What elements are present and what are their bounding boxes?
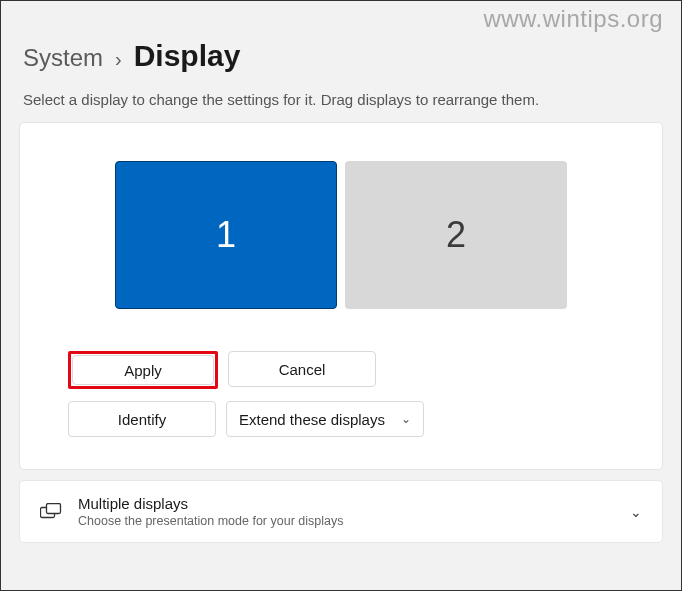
multiple-displays-section[interactable]: Multiple displays Choose the presentatio…: [19, 480, 663, 543]
watermark-text: www.wintips.org: [483, 5, 663, 33]
multiple-displays-icon: [40, 503, 62, 521]
apply-cancel-row: Apply Cancel: [68, 351, 614, 389]
cancel-button[interactable]: Cancel: [228, 351, 376, 387]
display-tile-label: 2: [446, 214, 466, 256]
section-title: Multiple displays: [78, 495, 343, 512]
page-title: Display: [134, 39, 241, 73]
display-arrangement-area[interactable]: 1 2: [48, 161, 634, 309]
helper-text: Select a display to change the settings …: [1, 81, 681, 122]
highlight-frame: Apply: [68, 351, 218, 389]
display-arrangement-card: 1 2 Apply Cancel Identify Extend these d…: [19, 122, 663, 470]
chevron-down-icon[interactable]: ⌄: [630, 504, 642, 520]
display-mode-label: Extend these displays: [239, 411, 385, 428]
section-subtitle: Choose the presentation mode for your di…: [78, 514, 343, 528]
display-tile-1[interactable]: 1: [115, 161, 337, 309]
breadcrumb-parent[interactable]: System: [23, 44, 103, 72]
multiple-displays-text: Multiple displays Choose the presentatio…: [78, 495, 343, 528]
display-tile-2[interactable]: 2: [345, 161, 567, 309]
chevron-right-icon: ›: [115, 48, 122, 71]
identify-mode-row: Identify Extend these displays ⌄: [68, 401, 614, 437]
identify-button[interactable]: Identify: [68, 401, 216, 437]
display-mode-select[interactable]: Extend these displays ⌄: [226, 401, 424, 437]
apply-button[interactable]: Apply: [72, 355, 214, 385]
chevron-down-icon: ⌄: [401, 412, 411, 426]
svg-rect-1: [47, 503, 61, 513]
display-tile-label: 1: [216, 214, 236, 256]
